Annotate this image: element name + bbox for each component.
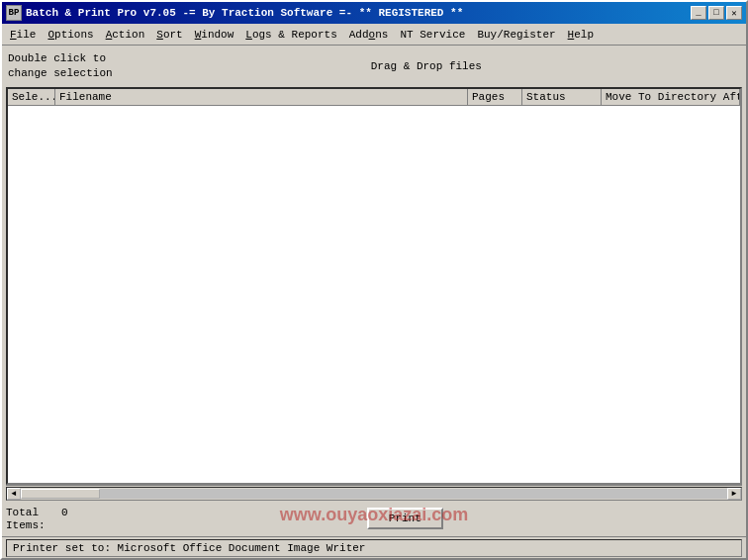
- menu-nt-service[interactable]: NT Service: [394, 27, 471, 43]
- total-row: Total 0: [6, 507, 68, 518]
- menu-sort[interactable]: Sort: [150, 27, 188, 43]
- title-bar: BP Batch & Print Pro v7.05 -= By Tractio…: [2, 2, 746, 24]
- toolbar-hint-text: Double click to change selection: [8, 51, 113, 82]
- scroll-track[interactable]: [21, 489, 727, 499]
- col-header-move: Move To Directory After P...: [602, 89, 740, 105]
- app-icon: BP: [6, 5, 22, 21]
- horizontal-scrollbar[interactable]: ◄ ►: [6, 487, 742, 501]
- col-header-select: Sele...: [8, 89, 55, 105]
- items-label: Items:: [6, 519, 55, 531]
- file-table: Sele... Filename Pages Status Move To Di…: [6, 87, 742, 485]
- toolbar: Double click to change selection Drag & …: [2, 46, 746, 87]
- col-header-filename: Filename: [55, 89, 468, 105]
- print-button[interactable]: Print: [367, 508, 443, 529]
- maximize-button[interactable]: □: [708, 6, 724, 20]
- menu-action[interactable]: Action: [100, 27, 151, 43]
- toolbar-drag-drop-text: Drag & Drop files: [113, 60, 740, 72]
- app-icon-text: BP: [9, 8, 20, 18]
- toolbar-hint-line2: change selection: [8, 66, 113, 81]
- title-bar-left: BP Batch & Print Pro v7.05 -= By Tractio…: [6, 5, 463, 21]
- window-title: Batch & Print Pro v7.05 -= By Traction S…: [26, 7, 463, 19]
- scroll-thumb[interactable]: [21, 489, 100, 499]
- footer-printer-status: Printer set to: Microsoft Office Documen…: [6, 539, 742, 557]
- scrollbar-area: ◄ ►: [6, 485, 742, 501]
- main-window: BP Batch & Print Pro v7.05 -= By Tractio…: [0, 0, 748, 560]
- menu-window[interactable]: Window: [189, 27, 240, 43]
- menu-logs-reports[interactable]: Logs & Reports: [239, 27, 342, 43]
- menu-help[interactable]: Help: [562, 27, 600, 43]
- totals-area: Total 0 Items:: [6, 507, 68, 531]
- close-button[interactable]: ✕: [726, 6, 742, 20]
- items-row: Items:: [6, 519, 68, 531]
- total-value: 0: [61, 507, 68, 518]
- menu-addons[interactable]: Addons: [343, 27, 395, 43]
- title-buttons: _ □ ✕: [691, 6, 742, 20]
- toolbar-hint-line1: Double click to: [8, 51, 113, 66]
- scroll-right-button[interactable]: ►: [727, 488, 741, 500]
- menu-buy-register[interactable]: Buy/Register: [471, 27, 561, 43]
- menu-file[interactable]: File: [4, 27, 42, 43]
- scroll-left-button[interactable]: ◄: [7, 488, 21, 500]
- menubar: File Options Action Sort Window Logs & R…: [2, 24, 746, 46]
- col-header-pages: Pages: [468, 89, 522, 105]
- bottom-section: Total 0 Items: Print: [2, 501, 746, 536]
- table-body: [8, 106, 740, 483]
- menu-options[interactable]: Options: [42, 27, 99, 43]
- table-header: Sele... Filename Pages Status Move To Di…: [8, 89, 740, 106]
- col-header-status: Status: [522, 89, 602, 105]
- status-footer: Printer set to: Microsoft Office Documen…: [2, 536, 746, 558]
- minimize-button[interactable]: _: [691, 6, 706, 20]
- total-label: Total: [6, 507, 55, 518]
